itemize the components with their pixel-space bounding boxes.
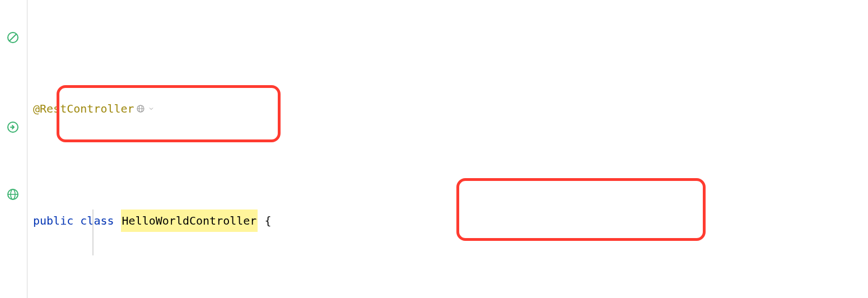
annotation: @RestController <box>33 97 134 120</box>
code-area[interactable]: @RestController public class HelloWorldC… <box>27 0 868 298</box>
svg-line-1 <box>10 34 16 41</box>
gutter <box>0 0 27 298</box>
keyword: public <box>33 209 73 232</box>
code-line[interactable]: @RestController <box>27 97 868 120</box>
no-entry-icon[interactable] <box>6 30 20 45</box>
class-name: HelloWorldController <box>121 209 258 232</box>
globe-icon[interactable] <box>136 104 146 114</box>
code-editor[interactable]: @RestController public class HelloWorldC… <box>0 0 868 298</box>
override-icon[interactable] <box>6 120 20 134</box>
brace: { <box>264 209 271 232</box>
code-line[interactable]: public class HelloWorldController { <box>27 209 868 232</box>
keyword: class <box>80 209 114 232</box>
web-endpoint-icon[interactable] <box>6 187 20 202</box>
chevron-down-icon[interactable] <box>148 105 155 112</box>
indent-guide <box>92 209 94 255</box>
